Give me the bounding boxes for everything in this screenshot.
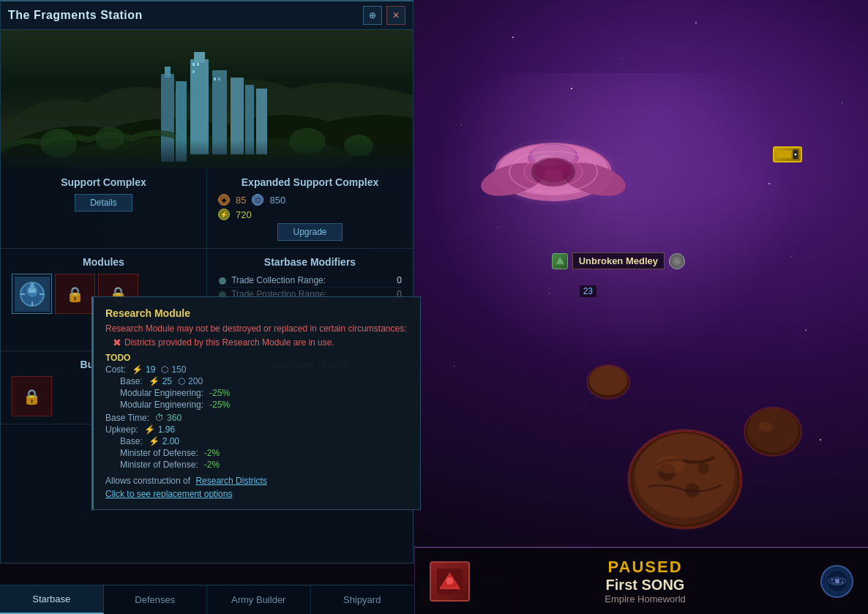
fleet-icon	[552, 253, 568, 269]
asteroid-2	[736, 399, 809, 468]
cost-base-row: Base: ⚡ 25 ⬡ 200	[120, 376, 408, 386]
paused-label: Paused	[481, 558, 809, 577]
planet-resource-icon	[773, 146, 802, 162]
allows-row: Allows construction of Research District…	[105, 476, 408, 486]
svg-point-32	[589, 366, 627, 395]
mod-label-0: Trade Collection Range:	[218, 275, 326, 285]
galaxy-icon[interactable]	[820, 565, 853, 598]
tab-army-builder[interactable]: Army Builder	[207, 585, 311, 614]
tab-starbase[interactable]: Starbase	[0, 585, 104, 614]
asteroid-3	[583, 359, 634, 409]
mod-val-0: 0	[397, 275, 402, 285]
svg-rect-47	[197, 63, 199, 66]
svg-marker-17	[555, 257, 564, 264]
info-section: Support Complex Details Expanded Support…	[1, 169, 413, 249]
svg-point-20	[635, 433, 735, 518]
expanded-cost-row: ◆ 85 ⬡ 850	[218, 194, 402, 206]
station-image-overlay	[1, 140, 413, 169]
station-image	[1, 30, 413, 169]
fleet-label-container[interactable]: Unbroken Medley	[552, 252, 685, 269]
svg-rect-46	[192, 63, 195, 66]
svg-point-77	[835, 579, 839, 583]
expanded-complex-card: Expanded Support Complex ◆ 85 ⬡ 850 ⚡ 72…	[207, 169, 413, 248]
todo-label: TODO	[105, 353, 408, 363]
svg-point-16	[795, 154, 797, 156]
svg-point-64	[219, 277, 226, 285]
fleet-portrait	[669, 253, 685, 269]
svg-point-30	[758, 422, 773, 432]
mod-eng1-row: Modular Engineering: -25%	[120, 388, 408, 398]
window-title: The Fragments Station	[8, 9, 143, 22]
tooltip-warning-item: ✖ Districts provided by this Research Mo…	[113, 337, 408, 348]
svg-point-25	[685, 483, 700, 498]
click-replacement[interactable]: Click to see replacement options	[105, 489, 408, 499]
upkeep-row: Upkeep: ⚡ 1.96	[105, 424, 408, 435]
cost-row: Cost: ⚡ 19 ⬡ 150	[105, 364, 408, 375]
building-lock-icon: 🔒	[23, 388, 41, 405]
alloys-icon: ⬡	[252, 194, 263, 206]
svg-point-80	[833, 583, 834, 584]
mod-eng2-row: Modular Engineering: -25%	[120, 400, 408, 410]
support-complex-card: Support Complex Details	[1, 169, 207, 248]
tab-shipyard[interactable]: Shipyard	[311, 585, 414, 614]
minister1-row: Minister of Defense: -2%	[120, 448, 408, 458]
svg-point-28	[747, 408, 798, 452]
svg-rect-41	[194, 52, 205, 63]
lock-icon-1: 🔒	[66, 285, 84, 303]
upkeep-base-row: Base: ⚡ 2.00	[120, 436, 408, 446]
homeworld-label: Empire Homeworld	[481, 594, 809, 604]
fleet-count: 23	[580, 285, 596, 297]
minister2-row: Minister of Defense: -2%	[120, 460, 408, 470]
pin-button[interactable]: ⊕	[363, 6, 382, 25]
title-buttons: ⊕ ✕	[363, 6, 405, 25]
svg-point-26	[656, 456, 685, 473]
upgrade-button[interactable]: Upgrade	[277, 223, 342, 241]
tooltip-warning: Research Module may not be destroyed or …	[105, 323, 408, 334]
fleet-name: Unbroken Medley	[572, 252, 665, 269]
svg-point-78	[831, 579, 833, 580]
expanded-energy-row: ⚡ 720	[218, 209, 402, 220]
expanded-complex-title: Expanded Support Complex	[218, 176, 402, 188]
alloys-value: 850	[269, 195, 285, 206]
research-districts-link[interactable]: Research Districts	[195, 476, 266, 486]
base-time-row: Base Time: ⏱ 360	[105, 413, 408, 423]
ship-model	[473, 117, 634, 230]
close-button[interactable]: ✕	[386, 6, 405, 25]
bottom-tabs: Starbase Defenses Army Builder Shipyard	[0, 585, 414, 614]
module-slot-2[interactable]: 🔒	[55, 274, 95, 314]
svg-point-34	[597, 374, 609, 381]
tab-defenses[interactable]: Defenses	[104, 585, 208, 614]
energy-icon: ⚡	[218, 209, 230, 220]
research-module-tooltip: Research Module Research Module may not …	[91, 296, 421, 510]
energy-value: 720	[236, 209, 252, 220]
svg-rect-50	[218, 78, 220, 81]
svg-point-79	[842, 582, 843, 583]
modules-title: Modules	[12, 256, 195, 268]
svg-rect-38	[165, 67, 171, 78]
empire-name-label: First SONG	[481, 577, 809, 594]
title-bar: The Fragments Station ⊕ ✕	[1, 1, 413, 30]
status-bar: Paused First SONG Empire Homeworld	[414, 547, 868, 614]
minerals-value: 85	[236, 195, 246, 206]
starbase-modifiers-title: Starbase Modifiers	[218, 256, 402, 268]
svg-point-24	[697, 463, 709, 474]
tooltip-title: Research Module	[105, 307, 408, 319]
svg-point-9	[535, 159, 572, 182]
building-slot-1[interactable]: 🔒	[12, 376, 52, 416]
svg-rect-63	[30, 284, 34, 290]
warning-x-icon: ✖	[113, 337, 121, 348]
module-slot-1[interactable]	[12, 274, 52, 314]
mod-row-0: Trade Collection Range: 0	[218, 274, 402, 288]
minerals-icon: ◆	[218, 194, 230, 206]
svg-rect-49	[214, 78, 216, 81]
replacement-link[interactable]: Click to see replacement options	[105, 489, 232, 499]
empire-flag-icon	[430, 561, 470, 602]
status-content: Paused First SONG Empire Homeworld	[481, 558, 809, 604]
svg-point-73	[446, 577, 454, 585]
details-button[interactable]: Details	[75, 194, 132, 211]
svg-rect-48	[192, 70, 195, 73]
support-complex-title: Support Complex	[12, 176, 195, 188]
planet-indicator	[773, 146, 802, 162]
svg-rect-12	[777, 151, 791, 158]
